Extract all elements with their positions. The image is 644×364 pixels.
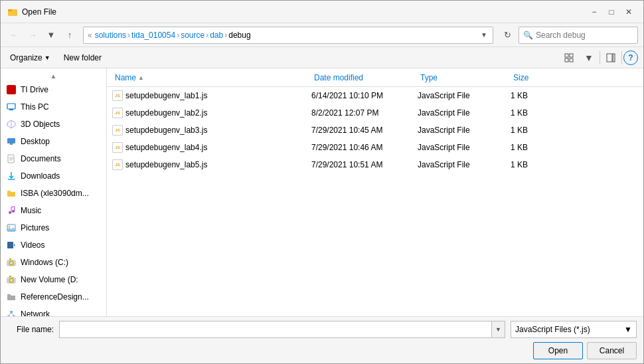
search-bar[interactable]: 🔍 xyxy=(519,27,638,44)
sidebar-item-label: Documents xyxy=(21,154,61,163)
filetype-select[interactable]: JavaScript Files (*.js) ▼ xyxy=(511,321,637,338)
file-name-cell: setupdebugenv_lab3.js xyxy=(112,125,311,136)
table-row[interactable]: setupdebugenv_lab2.js 8/2/2021 12:07 PM … xyxy=(107,104,643,122)
table-row[interactable]: setupdebugenv_lab1.js 6/14/2021 10:10 PM… xyxy=(107,87,643,104)
file-name-text: setupdebugenv_lab2.js xyxy=(125,108,207,118)
file-name-cell: setupdebugenv_lab4.js xyxy=(112,142,311,153)
documents-icon xyxy=(6,153,17,164)
sidebar-item-ref-design[interactable]: ReferenceDesign... xyxy=(1,288,106,306)
sidebar-scroll-up[interactable]: ▲ xyxy=(1,71,106,81)
sidebar-item-this-pc[interactable]: This PC xyxy=(1,98,106,116)
address-toolbar: ← → ▼ ↑ « solutions › tida_010054 › sour… xyxy=(1,23,643,47)
table-row[interactable]: setupdebugenv_lab5.js 7/29/2021 10:51 AM… xyxy=(107,156,643,173)
sidebar-item-isba[interactable]: ISBA (xle3090dm... xyxy=(1,185,106,202)
js-file-icon xyxy=(112,142,123,153)
cancel-button[interactable]: Cancel xyxy=(587,342,637,359)
search-input[interactable] xyxy=(536,31,635,40)
secondary-toolbar: Organize ▼ New folder ▼ xyxy=(1,47,643,68)
sidebar-item-label: ISBA (xle3090dm... xyxy=(21,189,89,198)
sidebar-item-downloads[interactable]: Downloads xyxy=(1,167,106,185)
isba-icon xyxy=(6,188,17,199)
svg-rect-5 xyxy=(570,58,573,62)
filename-dropdown-arrow[interactable]: ▼ xyxy=(491,321,505,337)
svg-line-22 xyxy=(11,207,15,207)
filename-row: File name: ▼ JavaScript Files (*.js) ▼ xyxy=(7,321,637,338)
file-list-header: Name ▲ Date modified Type Size xyxy=(107,68,643,87)
help-button[interactable]: ? xyxy=(623,50,638,65)
js-file-icon xyxy=(112,90,123,101)
refresh-button[interactable]: ↻ xyxy=(499,27,516,44)
bottom-bar: File name: ▼ JavaScript Files (*.js) ▼ O… xyxy=(1,316,643,363)
grid-view-button[interactable] xyxy=(560,49,578,66)
minimize-button[interactable]: − xyxy=(586,5,602,19)
svg-rect-34 xyxy=(10,311,13,313)
svg-rect-30 xyxy=(9,258,11,260)
ti-drive-icon xyxy=(6,84,17,95)
svg-rect-3 xyxy=(570,54,573,57)
file-name-cell: setupdebugenv_lab2.js xyxy=(112,108,311,118)
videos-icon xyxy=(6,240,17,250)
address-bar[interactable]: « solutions › tida_010054 › source › dab… xyxy=(83,27,493,44)
file-name-text: setupdebugenv_lab1.js xyxy=(125,91,207,100)
breadcrumb: « solutions › tida_010054 › source › dab… xyxy=(88,31,479,40)
col-header-date[interactable]: Date modified xyxy=(311,68,418,87)
breadcrumb-solutions[interactable]: solutions xyxy=(95,31,126,40)
dropdown-button[interactable]: ▼ xyxy=(43,27,59,43)
sidebar-item-documents[interactable]: Documents xyxy=(1,150,106,167)
filename-input[interactable] xyxy=(60,325,491,334)
filetype-arrow-icon: ▼ xyxy=(624,325,632,334)
js-file-icon xyxy=(112,108,123,118)
table-row[interactable]: setupdebugenv_lab4.js 7/29/2021 10:46 AM… xyxy=(107,139,643,156)
view-dropdown-button[interactable]: ▼ xyxy=(580,49,598,66)
forward-button[interactable]: → xyxy=(25,27,40,43)
sidebar-item-windows-c[interactable]: Windows (C:) xyxy=(1,254,106,271)
preview-pane-button[interactable] xyxy=(602,49,620,66)
title-bar-controls: − □ ✕ xyxy=(586,5,637,19)
breadcrumb-tida[interactable]: tida_010054 xyxy=(131,31,175,40)
open-button[interactable]: Open xyxy=(533,342,583,359)
dialog-icon xyxy=(7,7,18,17)
col-header-size[interactable]: Size xyxy=(511,68,564,87)
svg-rect-2 xyxy=(565,54,568,57)
sidebar-item-network[interactable]: Network xyxy=(1,306,106,316)
preview-icon xyxy=(606,53,615,62)
dialog-title: Open File xyxy=(22,7,586,17)
sidebar-item-new-volume[interactable]: New Volume (D: xyxy=(1,271,106,288)
table-row[interactable]: setupdebugenv_lab3.js 7/29/2021 10:45 AM… xyxy=(107,122,643,139)
sidebar-item-videos[interactable]: Videos xyxy=(1,236,106,254)
maximize-button[interactable]: □ xyxy=(604,5,619,19)
svg-rect-8 xyxy=(7,104,15,109)
new-folder-button[interactable]: New folder xyxy=(60,52,106,64)
address-dropdown-arrow[interactable]: ▼ xyxy=(479,31,489,39)
sidebar-item-ti-drive[interactable]: TI Drive xyxy=(1,81,106,98)
sidebar-item-label: Desktop xyxy=(21,137,50,146)
file-name-cell: setupdebugenv_lab1.js xyxy=(112,90,311,101)
svg-rect-9 xyxy=(9,109,13,110)
svg-marker-27 xyxy=(14,244,15,246)
file-list: setupdebugenv_lab1.js 6/14/2021 10:10 PM… xyxy=(107,87,643,316)
svg-rect-4 xyxy=(565,58,568,62)
col-header-name[interactable]: Name ▲ xyxy=(112,68,311,87)
file-size-cell: 1 KB xyxy=(511,91,564,100)
filetype-label: JavaScript Files (*.js) xyxy=(515,325,590,334)
sidebar-item-desktop[interactable]: Desktop xyxy=(1,133,106,150)
back-button[interactable]: ← xyxy=(6,27,22,43)
svg-rect-26 xyxy=(7,242,13,248)
breadcrumb-dab[interactable]: dab xyxy=(210,31,223,40)
divider2 xyxy=(621,51,622,64)
sidebar-item-label: ReferenceDesign... xyxy=(21,292,89,302)
sidebar-item-pictures[interactable]: Pictures xyxy=(1,219,106,236)
organize-button[interactable]: Organize ▼ xyxy=(6,52,54,64)
sidebar-item-music[interactable]: Music xyxy=(1,202,106,219)
svg-rect-12 xyxy=(7,138,15,143)
breadcrumb-source[interactable]: source xyxy=(181,31,204,40)
sidebar-item-label: Music xyxy=(21,206,41,215)
up-button[interactable]: ↑ xyxy=(62,27,78,43)
svg-rect-33 xyxy=(9,276,11,277)
col-header-type[interactable]: Type xyxy=(418,68,511,87)
svg-rect-1 xyxy=(8,9,12,11)
close-button[interactable]: ✕ xyxy=(621,5,637,19)
filename-input-wrap[interactable]: ▼ xyxy=(59,321,505,338)
file-size-cell: 1 KB xyxy=(511,126,564,135)
sidebar-item-3d-objects[interactable]: 3D Objects xyxy=(1,116,106,133)
